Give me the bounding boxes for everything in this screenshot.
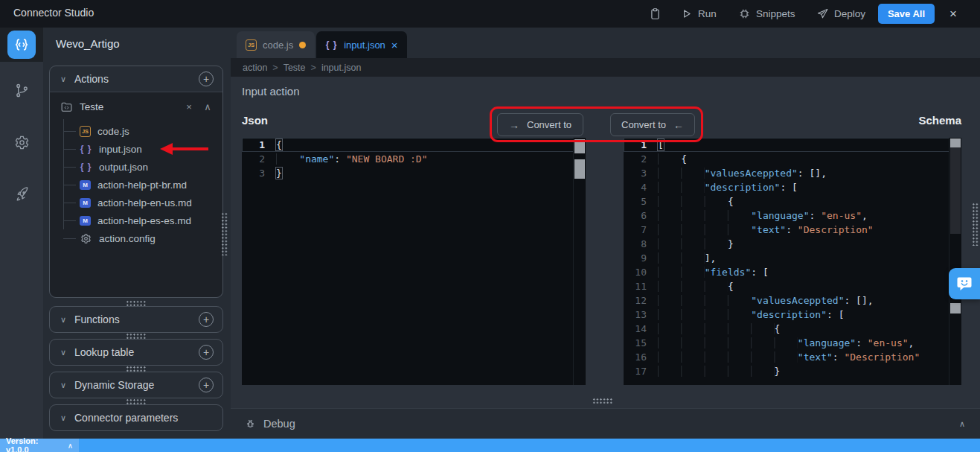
schema-editor[interactable]: 1[2 {3 "valuesAceppted": [],4 "descripti… <box>624 138 961 385</box>
code-line[interactable]: 6 "language": "en-us", <box>624 209 961 223</box>
run-button[interactable]: Run <box>680 0 717 28</box>
right-edge-resize-handle[interactable] <box>972 203 979 246</box>
flows-button[interactable] <box>0 73 43 107</box>
section-lookup-table[interactable]: ∨Lookup table+ <box>49 339 223 366</box>
debug-label: Debug <box>263 418 951 430</box>
line-number: 17 <box>624 364 658 378</box>
code-line[interactable]: 17 } <box>624 364 961 378</box>
debug-bar[interactable]: Debug ∧ <box>231 408 980 439</box>
section-resize-handle[interactable] <box>126 398 147 404</box>
deploy-label: Deploy <box>834 8 865 19</box>
tree-item-action-help-en-us.md[interactable]: Maction-help-en-us.md <box>50 194 222 211</box>
publish-button[interactable] <box>0 177 43 211</box>
breadcrumb-separator: > <box>311 63 316 73</box>
code-line[interactable]: 16 "text": "Description" <box>624 350 961 364</box>
chevron-down-icon[interactable]: ∨ <box>59 348 68 357</box>
folder-name: Teste <box>80 101 176 112</box>
code-line[interactable]: 4 "description": [ <box>624 180 961 194</box>
chevron-down-icon[interactable]: ∨ <box>59 381 68 390</box>
section-functions[interactable]: ∨Functions+ <box>49 306 223 333</box>
add-action-button[interactable]: + <box>199 71 214 86</box>
section-resize-handle[interactable] <box>126 366 147 372</box>
snippets-button[interactable]: Snippets <box>738 0 795 28</box>
deploy-button[interactable]: Deploy <box>816 0 865 28</box>
code-line[interactable]: 13 "description": [ <box>624 308 961 322</box>
file-name: code.js <box>97 126 129 137</box>
code-line[interactable]: 8 } <box>624 237 961 251</box>
code-line[interactable]: 2 "name": "NEW BOARD :D" <box>242 152 586 166</box>
line-number: 5 <box>624 194 658 209</box>
chevron-down-icon[interactable]: ∨ <box>59 315 68 325</box>
line-content: "text": "Description" <box>658 223 961 237</box>
tree-item-output.json[interactable]: { }output.json <box>50 158 222 176</box>
schema-editor-scrollbar[interactable] <box>949 138 961 385</box>
code-line[interactable]: 14 { <box>624 322 961 336</box>
collapse-folder-icon[interactable]: ∧ <box>202 101 214 112</box>
code-line[interactable]: 2 { <box>624 152 961 166</box>
section-dynamic-storage[interactable]: ∨Dynamic Storage+ <box>49 372 223 398</box>
support-chat-button[interactable] <box>949 268 980 299</box>
tree-item-action.config[interactable]: action.config <box>50 229 222 247</box>
convert-to-json-button[interactable]: Convert to ← <box>610 113 695 136</box>
convert-to-schema-button[interactable]: → Convert to <box>497 113 583 136</box>
version-chip[interactable]: Version: v1.0.0 ∧ <box>0 439 79 452</box>
tab-code.js[interactable]: JScode.js <box>237 31 315 58</box>
tree-item-action-help-pt-br.md[interactable]: Maction-help-pt-br.md <box>50 176 222 194</box>
window-close-icon[interactable]: × <box>944 4 963 24</box>
debug-collapse-icon[interactable]: ∧ <box>958 419 967 429</box>
section-resize-handle[interactable] <box>126 333 147 339</box>
chevron-down-icon[interactable]: ∨ <box>59 413 68 423</box>
breadcrumb-item-input.json[interactable]: input.json <box>321 63 362 73</box>
actions-tree: Teste × ∧ JScode.js{ }input.json{ }outpu… <box>50 92 222 297</box>
json-editor[interactable]: 1{2 "name": "NEW BOARD :D"3} <box>242 138 586 385</box>
debug-resize-handle[interactable] <box>592 398 613 404</box>
close-folder-icon[interactable]: × <box>183 101 195 112</box>
line-content: "description": [ <box>658 308 961 322</box>
line-content: [ <box>658 138 961 152</box>
line-content: } <box>658 237 961 251</box>
breadcrumb-item-Teste[interactable]: Teste <box>284 63 306 73</box>
code-line[interactable]: 15 "language": "en-us", <box>624 336 961 350</box>
line-content: } <box>658 364 961 378</box>
connector-tool-button[interactable] <box>7 31 36 59</box>
add-button[interactable]: + <box>199 378 214 392</box>
clipboard-button[interactable] <box>649 0 662 28</box>
add-button[interactable]: + <box>199 345 214 360</box>
file-name: action-help-pt-br.md <box>97 179 187 191</box>
code-line[interactable]: 3} <box>242 166 586 180</box>
close-tab-icon[interactable]: × <box>391 39 398 51</box>
section-label: Dynamic Storage <box>74 379 192 391</box>
code-line[interactable]: 1{ <box>242 138 586 152</box>
settings-button[interactable] <box>0 125 43 159</box>
breadcrumb-item-action[interactable]: action <box>243 63 267 73</box>
breadcrumb-separator: > <box>272 63 278 73</box>
code-line[interactable]: 3 "valuesAceppted": [], <box>624 166 961 180</box>
file-name: action.config <box>99 233 156 244</box>
section-resize-handle[interactable] <box>126 300 147 306</box>
code-line[interactable]: 9 ], <box>624 251 961 265</box>
tree-folder-teste[interactable]: Teste × ∧ <box>50 95 222 118</box>
tab-input.json[interactable]: { }input.json× <box>316 31 406 58</box>
code-line[interactable]: 5 { <box>624 194 961 209</box>
json-file-icon: { } <box>80 161 92 173</box>
code-line[interactable]: 11 { <box>624 279 961 293</box>
line-content: "name": "NEW BOARD :D" <box>276 152 586 166</box>
scroll-mark <box>950 139 961 147</box>
connector-icon <box>13 36 30 53</box>
code-line[interactable]: 10 "fields": [ <box>624 265 961 279</box>
add-button[interactable]: + <box>199 312 214 327</box>
code-line[interactable]: 1[ <box>624 138 961 152</box>
code-line[interactable]: 7 "text": "Description" <box>624 223 961 237</box>
scroll-thumb[interactable] <box>950 303 961 313</box>
panel-resize-handle[interactable] <box>221 212 228 255</box>
chevron-down-icon[interactable]: ∨ <box>59 74 68 84</box>
save-all-button[interactable]: Save All <box>878 4 935 24</box>
actions-header[interactable]: ∨ Actions + <box>50 66 222 92</box>
json-editor-scrollbar[interactable] <box>573 138 586 385</box>
icon-rail <box>0 28 43 439</box>
section-connector-parameters[interactable]: ∨Connector parameters <box>49 404 223 431</box>
code-line[interactable]: 12 "valuesAceppted": [], <box>624 293 961 308</box>
run-icon <box>680 7 693 20</box>
tree-item-code.js[interactable]: JScode.js <box>50 122 222 140</box>
tree-item-action-help-es-es.md[interactable]: Maction-help-es-es.md <box>50 211 222 229</box>
